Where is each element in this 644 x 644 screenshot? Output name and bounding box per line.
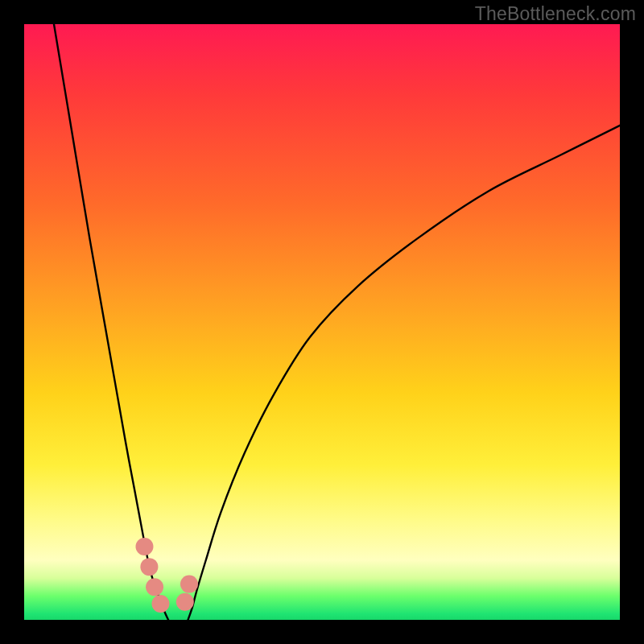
marker-dot	[146, 578, 163, 596]
watermark-text: TheBottleneck.com	[475, 3, 636, 25]
marker-dot	[180, 576, 198, 593]
curve-right	[188, 126, 621, 620]
marker-dot	[176, 593, 194, 611]
curve-left-path	[54, 24, 168, 620]
markers-right	[176, 576, 198, 611]
chart-plot-area	[24, 24, 620, 620]
marker-dot	[140, 558, 158, 576]
marker-dot	[135, 538, 153, 555]
chart-frame: TheBottleneck.com	[0, 0, 644, 644]
marker-dot	[151, 595, 169, 613]
chart-svg	[24, 24, 620, 620]
curve-right-path	[188, 126, 621, 620]
curve-left	[54, 24, 168, 620]
